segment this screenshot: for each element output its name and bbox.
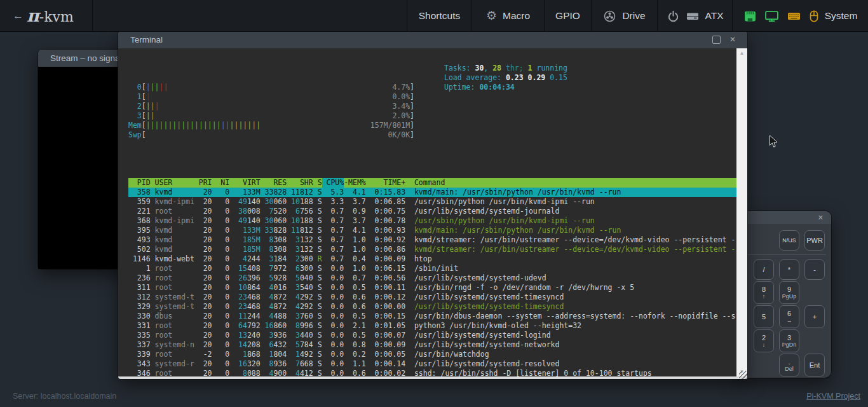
process-row[interactable]: 337systemd-n2001420864325784S0.00.80:00.…: [128, 340, 736, 350]
cpu-mem-meter: 3[||2.0%]: [128, 111, 736, 121]
nav-separator: [92, 0, 93, 32]
resize-handle[interactable]: [739, 371, 747, 379]
process-row[interactable]: 335root2001324039363440S0.00.50:00.07/us…: [128, 331, 736, 340]
numpad-key-nus[interactable]: N/US: [779, 230, 799, 251]
terminal-titlebar[interactable]: Terminal ✕: [118, 31, 747, 48]
htop-output: 0[|||||4.7%]1[|0.0%]2[|||3.4%]3[||2.0%]M…: [118, 48, 736, 376]
server-hostname-label: Server: localhost.localdomain: [13, 392, 116, 401]
numpad-key-pwr[interactable]: PWR: [804, 230, 825, 251]
htop-info-line: Load average: 0.23 0.29 0.15: [444, 73, 567, 83]
numpad-key-subtract[interactable]: -: [804, 259, 825, 280]
atx-label: ATX: [705, 10, 724, 22]
process-row[interactable]: 1146kvmd-webt200424431842300R0.70.40:00.…: [128, 254, 736, 264]
process-row[interactable]: 331root20064792168608996S0.02.10:01.05py…: [128, 321, 736, 331]
mouse-cursor: [769, 135, 778, 151]
terminal-title: Terminal: [130, 35, 163, 45]
process-row[interactable]: 358kvmd200133M3382811812S5.34.10:15.83kv…: [128, 188, 736, 197]
terminal-scrollbar[interactable]: ▲ ▼: [736, 48, 747, 376]
gear-icon: ⚙: [486, 10, 497, 22]
numpad-key-multiply[interactable]: *: [779, 259, 799, 280]
htop-info-line: Tasks: 30, 28 thr; 1 running: [444, 64, 567, 73]
process-row[interactable]: 346root200808849004412S0.00.60:00.02sshd…: [128, 369, 736, 376]
numpad-key-ent[interactable]: Ent: [804, 354, 825, 376]
numpad-key-9[interactable]: 9PgUp: [779, 281, 799, 304]
numpad-key-del[interactable]: .Del: [779, 354, 799, 376]
process-row[interactable]: 1root2001540879726300S0.01.00:06.15/sbin…: [128, 264, 736, 273]
process-row[interactable]: 221root2003800875206756S0.70.90:00.75/us…: [128, 207, 736, 216]
macro-label: Macro: [503, 10, 530, 22]
numpad-key-plus[interactable]: +: [804, 305, 825, 328]
cpu-mem-meter: Mem[||||||||||||||||||||||||||157M/801M]: [128, 121, 736, 130]
process-row[interactable]: 343systemd-r2001632089367668S0.01.10:00.…: [128, 359, 736, 369]
process-row[interactable]: 311root2001086440163540S0.00.50:00.11/us…: [128, 283, 736, 293]
logo-pi-glyph: π: [27, 8, 39, 24]
pikvm-logo[interactable]: π-kvm: [27, 0, 74, 32]
cpu-mem-meter: Swp[0K/0K]: [128, 130, 736, 140]
nav-item-shortcuts[interactable]: Shortcuts: [407, 0, 471, 32]
drive-box-icon: [686, 10, 700, 22]
numpad-key-3[interactable]: 3PgDn: [779, 329, 799, 352]
process-row[interactable]: 502kvmd200185M83083132S0.71.00:00.86kvmd…: [128, 245, 736, 254]
numpad-window-titlebar[interactable]: ✕: [736, 211, 831, 224]
nav-item-atx[interactable]: ATX: [657, 0, 732, 32]
nav-item-gpio[interactable]: GPIO: [544, 0, 591, 32]
nav-item-macro[interactable]: ⚙ Macro: [471, 0, 544, 32]
process-table-header[interactable]: PIDUSERPRINIVIRTRESSHRSCPU%-MEM%TIME+Com…: [128, 178, 736, 188]
terminal-bottom-edge: [118, 376, 747, 379]
disc-icon: [603, 10, 616, 23]
numpad-key-8[interactable]: 8↑: [754, 281, 774, 304]
process-row[interactable]: 339root-20186818041492S0.00.20:00.05/usr…: [128, 350, 736, 359]
process-row[interactable]: 359kvmd-ipmi200491403006010188S3.33.70:0…: [128, 197, 736, 207]
pikvm-page: ← π-kvm Shortcuts ⚙ Macro GPIO: [0, 0, 868, 407]
terminal-body[interactable]: 0[|||||4.7%]1[|0.0%]2[|||3.4%]3[||2.0%]M…: [118, 48, 747, 376]
keyboard-status-icon: [787, 10, 801, 22]
numpad-key-5[interactable]: 5: [754, 305, 774, 328]
numpad-key-2[interactable]: 2↓: [754, 329, 774, 352]
status-indicators: [743, 10, 819, 23]
monitor-status-icon: [764, 10, 779, 23]
numpad-key-6[interactable]: 6→: [779, 305, 799, 328]
cpu-mem-meter: 0[|||||4.7%]: [128, 83, 736, 92]
process-row[interactable]: 312systemd-t2002346848724292S0.00.60:00.…: [128, 293, 736, 302]
close-button[interactable]: ✕: [724, 31, 741, 48]
logo-text: -kvm: [39, 9, 74, 25]
cpu-mem-meter: 2[|||3.4%]: [128, 102, 736, 111]
gpio-label: GPIO: [555, 10, 580, 22]
process-row[interactable]: 493kvmd200185M83083132S0.71.00:00.92kvmd…: [128, 235, 736, 245]
back-arrow-icon[interactable]: ←: [13, 0, 24, 32]
close-icon[interactable]: ✕: [818, 214, 824, 222]
htop-meters: 0[|||||4.7%]1[|0.0%]2[|||3.4%]3[||2.0%]M…: [128, 83, 736, 140]
maximize-icon: [712, 36, 721, 44]
process-row[interactable]: 368kvmd-ipmi200491403006010188S0.73.70:0…: [128, 216, 736, 226]
htop-info-line: Uptime: 00:04:34: [444, 83, 567, 92]
numpad-key-divide[interactable]: /: [754, 259, 774, 280]
stream-window-title: Stream – no signal: [50, 53, 122, 63]
process-row[interactable]: 395kvmd200133M3382811812S0.74.10:00.93kv…: [128, 226, 736, 235]
htop-info-block: Tasks: 30, 28 thr; 1 runningLoad average…: [444, 64, 567, 92]
process-row[interactable]: 329systemd-t2002346848724292S0.00.60:00.…: [128, 302, 736, 312]
cpu-mem-meter: 1[|0.0%]: [128, 92, 736, 102]
ethernet-status-icon: [743, 10, 757, 23]
nav-item-drive[interactable]: Drive: [591, 0, 657, 32]
drive-label: Drive: [622, 10, 645, 22]
terminal-window: Terminal ✕ 0[|||||4.7%]1[|0.0%]2[|||3.4%…: [118, 31, 747, 379]
numpad-divider: [741, 254, 826, 255]
numpad-window: ✕ N/USPWR/*-8↑9PgUp56→+2↓3PgDn.DelEnt: [736, 211, 831, 378]
top-navbar: ← π-kvm Shortcuts ⚙ Macro GPIO: [0, 0, 868, 32]
mouse-status-icon: [809, 10, 819, 23]
pikvm-project-link[interactable]: Pi-KVM Project: [806, 392, 860, 401]
maximize-button[interactable]: [708, 31, 724, 48]
process-row[interactable]: 236root2002639659285040S0.00.70:00.56/us…: [128, 273, 736, 283]
nav-item-system[interactable]: System: [732, 0, 868, 32]
shortcuts-label: Shortcuts: [419, 10, 460, 22]
process-row[interactable]: 330dbus2001124444883760S0.00.50:00.15/us…: [128, 312, 736, 321]
power-icon: [667, 10, 680, 23]
system-label: System: [825, 10, 858, 22]
scroll-up-icon[interactable]: ▲: [740, 50, 745, 56]
htop-process-table: PIDUSERPRINIVIRTRESSHRSCPU%-MEM%TIME+Com…: [128, 178, 736, 376]
